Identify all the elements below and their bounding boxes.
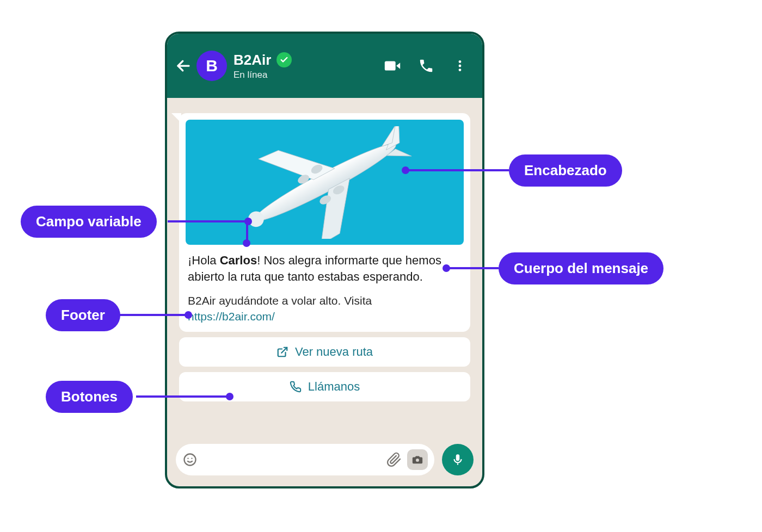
emoji-icon[interactable] xyxy=(182,452,198,467)
template-button-url-label: Ver nueva ruta xyxy=(295,345,373,359)
record-voice-button[interactable] xyxy=(442,444,474,475)
chat-top-bar: B B2Air En línea xyxy=(167,34,482,98)
annotation-encabezado: Encabezado xyxy=(509,154,622,187)
camera-button[interactable] xyxy=(407,449,428,470)
template-buttons: Ver nueva ruta Llámanos xyxy=(179,337,470,401)
voice-call-button[interactable] xyxy=(417,57,435,75)
template-button-call-label: Llámanos xyxy=(308,380,360,394)
contact-avatar[interactable]: B xyxy=(196,51,227,81)
attach-icon[interactable] xyxy=(386,452,402,467)
template-message-bubble: ¡Hola Carlos! Nos alegra informarte que … xyxy=(179,113,470,332)
svg-point-2 xyxy=(459,60,462,63)
phone-icon xyxy=(418,58,434,74)
annotation-lead-dot xyxy=(243,239,250,247)
svg-point-4 xyxy=(459,69,462,71)
chat-area: ¡Hola Carlos! Nos alegra informarte que … xyxy=(167,98,482,441)
annotation-cuerpo: Cuerpo del mensaje xyxy=(499,252,663,284)
video-call-button[interactable] xyxy=(383,57,402,75)
svg-point-14 xyxy=(191,458,192,459)
footer-text-line: B2Air ayudándote a volar alto. Visita xyxy=(188,294,372,307)
template-footer-text: B2Air ayudándote a volar alto. Visita ht… xyxy=(186,293,464,324)
template-body-text: ¡Hola Carlos! Nos alegra informarte que … xyxy=(186,252,464,284)
phone-outline-icon xyxy=(290,381,302,393)
avatar-initial: B xyxy=(206,57,218,75)
video-icon xyxy=(383,57,402,75)
footer-link[interactable]: https://b2air.com/ xyxy=(188,310,275,323)
annotation-lead xyxy=(120,314,188,316)
contact-name: B2Air xyxy=(233,52,271,69)
arrow-left-icon xyxy=(175,58,192,74)
body-variable: Carlos xyxy=(220,253,257,267)
annotation-botones: Botones xyxy=(46,381,133,413)
camera-icon xyxy=(411,454,423,466)
annotation-lead xyxy=(446,267,499,269)
verified-badge xyxy=(276,52,292,67)
diagram-stage: B B2Air En línea xyxy=(0,0,762,532)
svg-point-12 xyxy=(185,454,196,466)
annotation-lead xyxy=(136,395,230,398)
svg-point-13 xyxy=(187,458,188,459)
annotation-lead xyxy=(405,169,509,171)
more-vertical-icon xyxy=(453,59,467,73)
microphone-icon xyxy=(451,453,465,467)
svg-point-3 xyxy=(459,65,462,67)
template-header-image xyxy=(186,120,464,245)
annotation-lead-elbow xyxy=(246,220,248,242)
svg-rect-1 xyxy=(385,61,396,71)
svg-point-15 xyxy=(416,459,419,462)
svg-rect-16 xyxy=(457,463,458,465)
annotation-campo-variable: Campo variable xyxy=(21,206,157,238)
topbar-actions xyxy=(383,57,469,75)
chat-input-bar xyxy=(167,441,482,486)
annotation-lead xyxy=(168,220,248,222)
contact-status: En línea xyxy=(233,70,292,81)
more-menu-button[interactable] xyxy=(451,57,469,75)
message-input[interactable] xyxy=(176,444,434,475)
external-link-icon xyxy=(276,346,288,358)
check-icon xyxy=(280,55,288,64)
body-prefix: ¡Hola xyxy=(188,253,220,267)
whatsapp-phone-mock: B B2Air En línea xyxy=(165,32,484,488)
back-button[interactable] xyxy=(173,55,194,77)
template-button-url[interactable]: Ver nueva ruta xyxy=(179,337,470,367)
annotation-footer: Footer xyxy=(46,299,120,331)
contact-title-block[interactable]: B2Air En línea xyxy=(233,52,292,81)
svg-line-11 xyxy=(281,348,287,353)
